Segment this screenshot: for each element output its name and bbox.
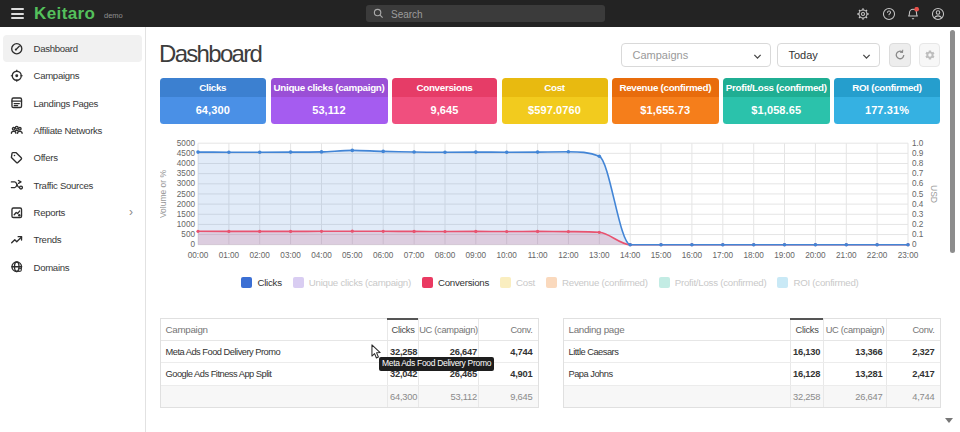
svg-text:22:00: 22:00: [867, 251, 888, 260]
svg-text:4000: 4000: [177, 159, 196, 168]
svg-text:10:00: 10:00: [496, 251, 517, 260]
svg-text:0: 0: [190, 240, 195, 249]
svg-text:00:00: 00:00: [188, 251, 209, 260]
svg-text:Volume or %: Volume or %: [160, 169, 168, 218]
svg-text:04:00: 04:00: [311, 251, 332, 260]
svg-text:03:00: 03:00: [280, 251, 301, 260]
svg-text:21:00: 21:00: [836, 251, 857, 260]
svg-text:0.5: 0.5: [912, 190, 924, 199]
svg-text:3500: 3500: [177, 169, 196, 178]
svg-text:3000: 3000: [177, 179, 196, 188]
svg-text:08:00: 08:00: [435, 251, 456, 260]
svg-text:1500: 1500: [177, 210, 196, 219]
svg-text:0.2: 0.2: [912, 220, 924, 229]
svg-text:23:00: 23:00: [898, 251, 919, 260]
svg-text:05:00: 05:00: [342, 251, 363, 260]
svg-text:0: 0: [912, 240, 917, 249]
svg-text:18:00: 18:00: [743, 251, 764, 260]
svg-text:11:00: 11:00: [528, 251, 548, 260]
svg-text:4500: 4500: [177, 149, 196, 158]
svg-text:0.6: 0.6: [912, 179, 924, 188]
svg-text:19:00: 19:00: [774, 251, 795, 260]
svg-text:0.9: 0.9: [912, 149, 924, 158]
svg-text:09:00: 09:00: [466, 251, 487, 260]
svg-text:01:00: 01:00: [219, 251, 240, 260]
svg-text:2000: 2000: [177, 200, 196, 209]
svg-text:0.7: 0.7: [912, 169, 924, 178]
svg-text:2500: 2500: [177, 190, 196, 199]
svg-text:17:00: 17:00: [713, 251, 734, 260]
svg-text:14:00: 14:00: [620, 251, 641, 260]
svg-text:15:00: 15:00: [651, 251, 672, 260]
svg-text:0.8: 0.8: [912, 159, 924, 168]
svg-text:0.1: 0.1: [912, 230, 924, 239]
svg-text:07:00: 07:00: [404, 251, 425, 260]
svg-text:1000: 1000: [177, 220, 196, 229]
svg-text:5000: 5000: [177, 139, 196, 148]
svg-text:02:00: 02:00: [249, 251, 270, 260]
svg-text:20:00: 20:00: [805, 251, 826, 260]
svg-text:1.0: 1.0: [912, 139, 924, 148]
svg-text:06:00: 06:00: [373, 251, 394, 260]
svg-text:12:00: 12:00: [558, 251, 579, 260]
svg-text:16:00: 16:00: [682, 251, 703, 260]
svg-text:0.3: 0.3: [912, 210, 924, 219]
svg-text:USD: USD: [929, 185, 939, 203]
svg-text:0.4: 0.4: [912, 200, 924, 209]
svg-text:13:00: 13:00: [589, 251, 610, 260]
svg-text:500: 500: [181, 230, 195, 239]
